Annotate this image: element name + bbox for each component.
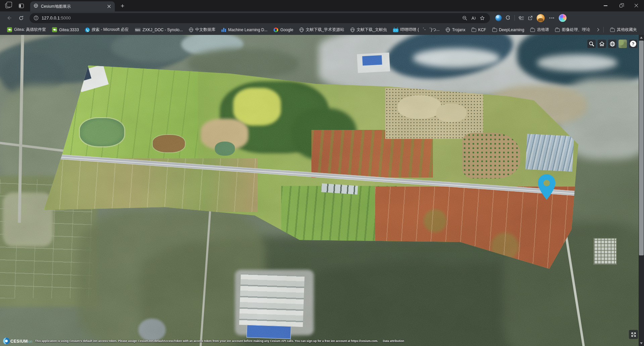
map-pin[interactable] — [538, 174, 555, 201]
bookmark-label: DeepLearning — [499, 28, 524, 32]
zoom-out-icon[interactable] — [460, 14, 469, 22]
titlebar: Cesium地图展示 + — [0, 0, 644, 11]
scene-mode-globe-button[interactable] — [608, 39, 617, 48]
scroll-down-arrow-icon[interactable] — [639, 341, 644, 346]
minimize-button[interactable] — [598, 0, 613, 11]
bookmark-item[interactable]: 文献下载_文献虫 — [347, 26, 390, 34]
bookmark-label: 图像处理、理论 — [562, 27, 590, 33]
gitea-icon — [52, 27, 57, 32]
bookmark-item[interactable]: 吉他谱 — [527, 26, 552, 34]
bookmark-item[interactable]: DeepLearning — [489, 26, 527, 34]
globe-icon — [299, 28, 304, 32]
tab-cesium[interactable]: Cesium地图展示 — [30, 1, 115, 11]
share-icon[interactable] — [528, 15, 533, 21]
bookmarks-list: Gitea: 高德软件室 Gitea:3333 搜索 - Microsoft 必… — [4, 26, 593, 34]
bookmark-label: Gitea:3333 — [59, 28, 79, 32]
cesium-map-viewport[interactable]: ? CESIUM ion This application is using C… — [0, 35, 644, 346]
other-favorites-folder[interactable]: 其他收藏夹 — [607, 26, 640, 34]
new-tab-button[interactable]: + — [118, 2, 127, 10]
orchard-field — [462, 133, 520, 179]
folder-icon — [610, 29, 615, 32]
bookmarks-overflow-chevron-icon[interactable] — [596, 28, 599, 32]
cloud-streak — [413, 48, 500, 68]
address-bar[interactable]: 127.0.0.1:5000 — [30, 13, 490, 23]
bookmarks-bar: Gitea: 高德软件室 Gitea:3333 搜索 - Microsoft 必… — [0, 24, 644, 35]
divider — [603, 27, 604, 33]
profile-avatar[interactable] — [537, 14, 545, 22]
bookmark-item[interactable]: Gitea: 高德软件室 — [4, 26, 49, 34]
cesium-ion-logo[interactable]: CESIUM ion — [3, 337, 32, 345]
more-options-icon[interactable] — [548, 13, 555, 23]
pond-amber — [153, 135, 185, 152]
ion-token-warning-text: This application is using Cesium's defau… — [35, 339, 378, 343]
meadow-yellow — [233, 88, 281, 126]
bookmark-item[interactable]: 搜索 - Microsoft 必应 — [82, 26, 132, 34]
bookmark-label: KCF — [478, 28, 486, 32]
url-port: :5000 — [60, 15, 71, 20]
cesium-toolbar: ? — [587, 39, 638, 48]
scroll-up-arrow-icon[interactable] — [639, 35, 644, 40]
tab-actions-icon[interactable] — [17, 1, 26, 10]
svg-text:CESIUM: CESIUM — [10, 339, 28, 344]
google-icon — [274, 28, 278, 32]
favorite-star-icon[interactable] — [478, 14, 487, 22]
url-host: 127.0.0.1 — [42, 15, 60, 20]
site-info-icon[interactable] — [34, 15, 39, 20]
other-favorites-label: 其他收藏夹 — [617, 27, 637, 33]
bookmark-label: 吉他谱 — [537, 27, 549, 33]
folder-icon — [530, 29, 535, 32]
extensions-icon[interactable] — [505, 15, 511, 21]
bookmark-label: ZXKJ_DOC - Synolo... — [143, 28, 183, 32]
workspaces-icon[interactable] — [3, 1, 12, 10]
bookmark-label: Trojanx — [452, 28, 465, 32]
divider — [514, 15, 515, 21]
browser-essentials-icon[interactable] — [495, 15, 502, 21]
bookmark-label: Google — [280, 28, 293, 32]
bookmark-item[interactable]: Google — [270, 26, 296, 34]
help-icon: ? — [630, 41, 636, 47]
svg-text:ion: ion — [28, 339, 32, 343]
greenhouse-area — [525, 134, 574, 171]
bookmark-label: 哔哩哔哩 ( ゜- ゜)つ... — [400, 27, 440, 33]
copilot-icon[interactable] — [559, 14, 566, 22]
bookmark-item[interactable]: Syno ZXKJ_DOC - Synolo... — [132, 26, 186, 34]
fullscreen-button[interactable] — [629, 330, 638, 339]
blue-roof-building — [362, 55, 382, 66]
navigation-help-button[interactable]: ? — [629, 39, 638, 48]
base-layer-picker-button[interactable] — [618, 39, 627, 48]
bookmark-item[interactable]: Machine Learning D... — [218, 26, 270, 34]
page-scrollbar[interactable] — [639, 35, 644, 346]
maze-garden — [593, 238, 617, 265]
bookmark-label: Gitea: 高德软件室 — [14, 27, 46, 33]
pond-green — [80, 118, 124, 146]
cesium-credit-bar: CESIUM ion This application is using Ces… — [3, 337, 404, 345]
browser-toolbar: 127.0.0.1:5000 — [0, 11, 644, 24]
folder-icon — [492, 29, 497, 32]
bookmark-item[interactable]: 图像处理、理论 — [552, 26, 593, 34]
bookmark-label: 文献下载_学术资源站 — [306, 27, 344, 33]
restore-button[interactable] — [613, 0, 629, 11]
close-button[interactable] — [629, 0, 644, 11]
terrain-patch — [3, 193, 53, 246]
globe-icon — [189, 28, 193, 32]
bookmark-item[interactable]: Trojanx — [443, 26, 468, 34]
bookmark-label: 搜索 - Microsoft 必应 — [92, 27, 129, 33]
read-aloud-icon[interactable] — [469, 14, 478, 22]
favorites-bar-icon[interactable] — [518, 15, 524, 21]
geocoder-search-button[interactable] — [587, 39, 596, 48]
bookmark-item[interactable]: KCF — [468, 26, 489, 34]
bookmark-item[interactable]: 文献下载_学术资源站 — [296, 26, 347, 34]
scrollbar-thumb[interactable] — [639, 41, 644, 255]
refresh-icon[interactable] — [16, 13, 26, 23]
back-icon[interactable] — [4, 13, 14, 23]
bookmark-item[interactable]: 哔哩哔哩 ( ゜- ゜)つ... — [390, 26, 443, 34]
tab-close-icon[interactable] — [106, 3, 112, 9]
bookmark-label: 文献下载_文献虫 — [357, 27, 387, 33]
data-attribution-link[interactable]: Data attribution — [383, 339, 404, 343]
tab-favicon-globe-icon — [34, 3, 38, 9]
home-button[interactable] — [597, 39, 606, 48]
bookmark-item[interactable]: Gitea:3333 — [49, 26, 82, 34]
bookmark-item[interactable]: 中文数据库 — [186, 26, 218, 34]
synology-icon: Syno — [135, 28, 141, 32]
globe-icon — [350, 28, 355, 32]
